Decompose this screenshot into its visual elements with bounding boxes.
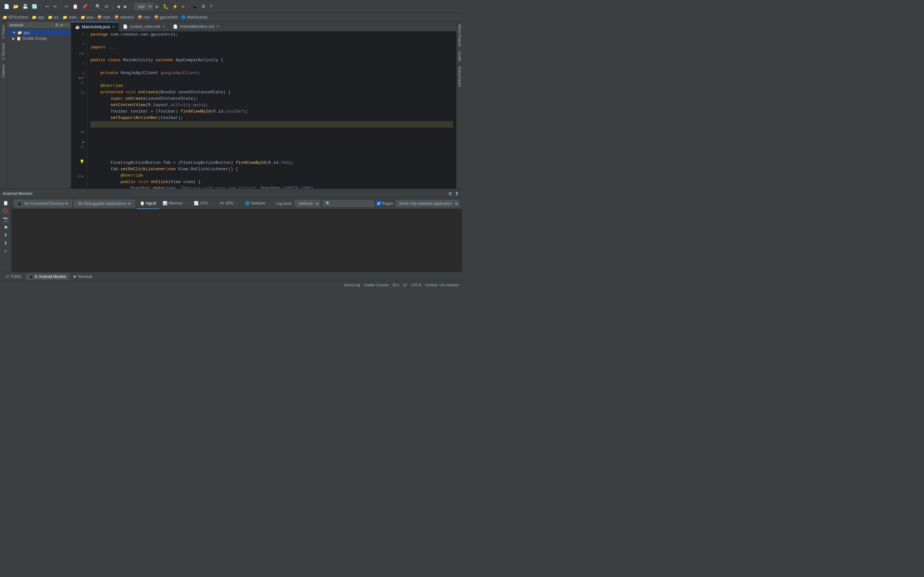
line-number-gutter: 1 3 5▼ 7 9 ●▼ 11 13 (71, 31, 87, 189)
redo-btn[interactable]: ↪ (52, 3, 58, 10)
panel-header-actions: ⚙ ⇄ ⋯ (55, 23, 68, 27)
panel-sync-icon[interactable]: ⇄ (60, 23, 63, 27)
gutter-1: 1 (71, 31, 87, 36)
line-ending-label: LF (403, 283, 407, 287)
sdk-btn[interactable]: ⚙ (200, 3, 207, 10)
screenshot-btn[interactable]: 📷 (1, 215, 10, 222)
network-tab[interactable]: 🌐 Network → (242, 198, 273, 209)
avd-btn[interactable]: 📱 (191, 3, 199, 10)
stop-btn[interactable]: ■ (180, 3, 186, 10)
run-config-dropdown[interactable]: app (134, 3, 153, 10)
android-monitor-title: Android Monitor (3, 191, 32, 196)
panel-more-icon[interactable]: ⋯ (65, 23, 68, 27)
monitor-log-area[interactable] (11, 209, 462, 272)
android-model-tab[interactable]: Android Model (457, 64, 462, 89)
record-btn[interactable]: ⏺ (1, 223, 10, 230)
replace-btn[interactable]: ⇄ (103, 3, 110, 10)
gradle-console-link[interactable]: Gradle Console (364, 283, 388, 287)
gutter-8 (71, 66, 87, 71)
apply-changes-btn[interactable]: ⚡ (171, 3, 179, 10)
bc-nao[interactable]: 📦nao (137, 15, 150, 19)
maven-projects-tab[interactable]: Maven Projects (457, 22, 462, 49)
tree-item-gradle-label: Gradle Scripts (23, 36, 47, 41)
app-folder-icon: 📁 (17, 31, 22, 35)
bc-app[interactable]: 📁app (32, 15, 44, 19)
todo-tab[interactable]: ☑ TODO (3, 274, 24, 280)
tab-mainactivity[interactable]: ☕ MainActivity.java ✕ (71, 22, 119, 31)
structure-tab[interactable]: Z: Structure (1, 41, 6, 61)
copy-btn[interactable]: 📋 (71, 3, 79, 10)
bc-main[interactable]: 📁main (63, 15, 77, 19)
regex-checkbox[interactable] (376, 201, 381, 205)
log-search-input[interactable] (323, 200, 374, 207)
tab-content-main[interactable]: 📄 content_main.xml ✕ (119, 22, 169, 31)
line-ending[interactable]: LF (403, 283, 407, 287)
monitor-settings-btn[interactable]: ⚙ (447, 190, 453, 197)
cpu-tab-icon: 📈 (194, 201, 199, 205)
tab-androidmanifest[interactable]: 📄 AndroidManifest.xml ✕ (169, 22, 224, 31)
app-dropdown[interactable]: No Debuggable Applications (74, 200, 135, 207)
context-label: Context: <no context> (425, 283, 459, 287)
bc-gpscontrol[interactable]: 📁GPScontrol (3, 15, 28, 19)
code-line-13: Toolbar toolbar = (Toolbar) findViewById… (90, 108, 453, 115)
project-tree: ▼ 📁 app ▶ 📋 Gradle Scripts (7, 29, 71, 189)
bc-src[interactable]: 📁src (48, 15, 59, 19)
tree-item-app[interactable]: ▼ 📁 app (7, 30, 71, 35)
gutter-13: 13 (71, 90, 87, 95)
bc-com[interactable]: 📦com (97, 15, 110, 19)
gpu-tab[interactable]: 🎮 GPU → (216, 198, 242, 209)
monitor-restore-btn[interactable]: ⬆ (454, 190, 459, 197)
terminal-tab[interactable]: ▶ Terminal (71, 274, 95, 280)
memory-tab[interactable]: 📊 Memory → (160, 198, 191, 209)
logcat-icon[interactable]: 📋 (1, 199, 10, 206)
regex-label[interactable]: Regex (376, 201, 393, 206)
debug-btn[interactable]: 🐛 (162, 3, 170, 10)
logcat-tab[interactable]: 📋 logcat (137, 198, 160, 209)
show-app-select[interactable]: Show only selected application (396, 200, 459, 207)
bc-gpscontrol2[interactable]: 📦gpscontrol (154, 15, 178, 19)
back-btn[interactable]: ◀ (115, 3, 121, 10)
cut-btn[interactable]: ✂ (63, 3, 70, 10)
undo-btn[interactable]: ↩ (44, 3, 50, 10)
encoding[interactable]: UTF-8 (411, 283, 421, 287)
panel-gear-icon[interactable]: ⚙ (55, 23, 59, 27)
open-btn[interactable]: 📂 (12, 3, 20, 10)
tree-item-gradle[interactable]: ▶ 📋 Gradle Scripts (7, 35, 71, 41)
sep5 (131, 3, 132, 10)
save-all-btn[interactable]: 💾 (21, 3, 29, 10)
device-select[interactable]: No Connected Devices (23, 201, 69, 206)
gutter-3: 3 (71, 41, 87, 46)
gutter-27 (71, 164, 87, 169)
tab-close-content-main[interactable]: ✕ (162, 24, 165, 29)
event-log-link[interactable]: Event Log (344, 283, 360, 287)
run-btn[interactable]: ▶ (154, 3, 160, 10)
paste-btn[interactable]: 📌 (81, 3, 89, 10)
code-editor[interactable]: package com.robokon.nao.gpscontrol; impo… (87, 31, 453, 189)
find-btn[interactable]: 🔍 (94, 3, 102, 10)
bc-robokon[interactable]: 📦robokon (114, 15, 134, 19)
scroll-up-btn[interactable]: ⬆ (1, 231, 10, 239)
android-monitor-tab[interactable]: 📱 6: Android Monitor (26, 274, 69, 280)
device-dropdown[interactable]: 📱 No Connected Devices (14, 200, 72, 207)
clear-btn[interactable]: 🚫 (1, 207, 10, 214)
code-line-20 (90, 153, 453, 160)
more-btn[interactable]: » (1, 247, 10, 255)
scroll-down-btn[interactable]: ⬇ (1, 239, 10, 247)
app-select[interactable]: No Debuggable Applications (77, 201, 132, 206)
captures-tab[interactable]: Captures (1, 63, 6, 79)
help-btn[interactable]: ? (208, 3, 213, 10)
tab-close-mainactivity[interactable]: ✕ (112, 25, 115, 29)
bc-java[interactable]: 📁java (81, 15, 94, 19)
code-line-8 (90, 76, 453, 83)
new-file-btn[interactable]: 📄 (3, 3, 11, 10)
log-level-select[interactable]: Verbose Debug Info Warn Error Assert (295, 200, 320, 207)
forward-btn[interactable]: ▶ (123, 3, 129, 10)
tab-close-androidmanifest[interactable]: ✕ (216, 24, 219, 29)
bc-mainactivity[interactable]: 🔵MainActivity (181, 15, 208, 19)
cpu-tab[interactable]: 📈 CPU → (191, 198, 216, 209)
project-tab[interactable]: 1: Project (1, 23, 6, 40)
logcat-tab-icon: 📋 (140, 201, 145, 205)
sync-btn[interactable]: 🔄 (31, 3, 39, 10)
project-panel: Android ⚙ ⇄ ⋯ ▼ 📁 app ▶ 📋 Gradle Scripts (7, 22, 71, 189)
gradle-tab[interactable]: Gradle (457, 49, 462, 64)
